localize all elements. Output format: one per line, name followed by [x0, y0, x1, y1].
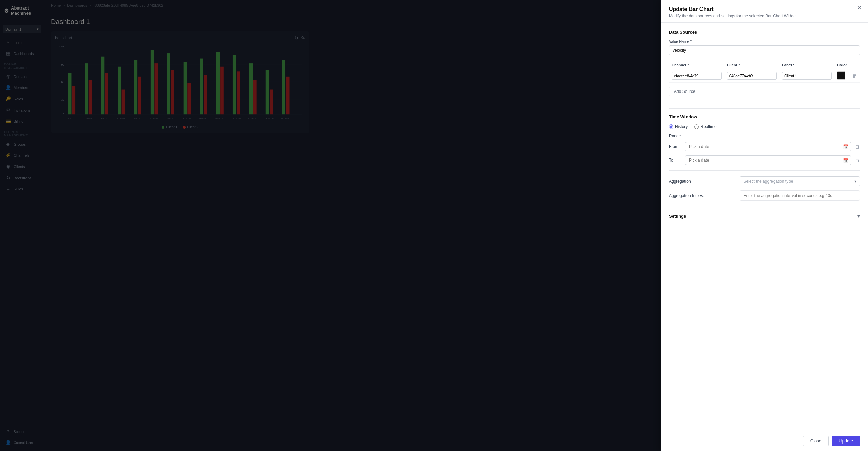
col-header-color: Color [834, 61, 850, 69]
radio-history-label: History [675, 124, 688, 129]
modal-panel: Update Bar Chart Modify the data sources… [661, 0, 868, 451]
settings-row[interactable]: Settings ▾ [669, 212, 860, 220]
color-swatch[interactable] [837, 71, 845, 80]
value-name-input[interactable] [669, 45, 860, 55]
range-to-delete-button[interactable]: 🗑 [855, 157, 860, 163]
range-to-row: To 📅 🗑 [669, 155, 860, 165]
modal-header: Update Bar Chart Modify the data sources… [661, 0, 868, 23]
calendar-from-icon: 📅 [843, 144, 848, 149]
radio-history-input[interactable] [669, 124, 673, 129]
modal-footer: Close Update [661, 431, 868, 451]
aggregation-label: Aggregation [669, 179, 735, 184]
radio-realtime[interactable]: Realtime [694, 124, 716, 129]
range-header: Range [669, 134, 860, 138]
range-to-label: To [669, 158, 681, 163]
modal-subtitle: Modify the data sources and settings for… [669, 14, 860, 18]
col-header-channel: Channel * [669, 61, 724, 69]
time-window-radio-group: History Realtime [669, 124, 860, 129]
update-button[interactable]: Update [832, 436, 860, 446]
radio-history[interactable]: History [669, 124, 688, 129]
radio-realtime-input[interactable] [694, 124, 699, 129]
table-row: 🗑 [669, 69, 860, 83]
divider-2 [669, 170, 860, 171]
aggregation-interval-row: Aggregation Interval [669, 190, 860, 201]
client-input[interactable] [727, 72, 777, 80]
value-name-label: Value Name * [669, 39, 860, 44]
aggregation-row: Aggregation Select the aggregation type … [669, 176, 860, 186]
label-input[interactable] [782, 72, 832, 80]
range-from-input[interactable] [685, 142, 851, 151]
divider-1 [669, 108, 860, 109]
aggregation-interval-label: Aggregation Interval [669, 193, 735, 198]
radio-realtime-label: Realtime [700, 124, 716, 129]
col-header-client: Client * [724, 61, 779, 69]
settings-chevron-icon: ▾ [857, 213, 860, 219]
range-to-input[interactable] [685, 155, 851, 165]
data-sources-header: Data Sources [669, 30, 860, 35]
aggregation-select[interactable]: Select the aggregation type Sum Average … [740, 176, 860, 186]
range-from-input-wrap: 📅 [685, 142, 851, 151]
close-button[interactable]: Close [803, 436, 829, 446]
value-name-group: Value Name * [669, 39, 860, 55]
data-sources-table: Channel * Client * Label * Color [669, 61, 860, 83]
aggregation-interval-input[interactable] [740, 190, 860, 201]
time-window-header: Time Window [669, 114, 860, 119]
range-from-delete-button[interactable]: 🗑 [855, 144, 860, 149]
divider-3 [669, 206, 860, 206]
calendar-to-icon: 📅 [843, 158, 848, 163]
settings-label: Settings [669, 214, 686, 219]
modal-body: Data Sources Value Name * Channel * Clie… [661, 23, 868, 431]
modal-close-button[interactable]: ✕ [857, 5, 862, 11]
add-source-button[interactable]: Add Source [669, 87, 700, 96]
range-from-row: From 📅 🗑 [669, 142, 860, 151]
modal-title: Update Bar Chart [669, 6, 860, 12]
col-header-label: Label * [779, 61, 834, 69]
delete-row-button[interactable]: 🗑 [852, 73, 857, 79]
aggregation-select-wrap: Select the aggregation type Sum Average … [740, 176, 860, 186]
range-from-label: From [669, 144, 681, 149]
channel-input[interactable] [672, 72, 722, 80]
range-to-input-wrap: 📅 [685, 155, 851, 165]
